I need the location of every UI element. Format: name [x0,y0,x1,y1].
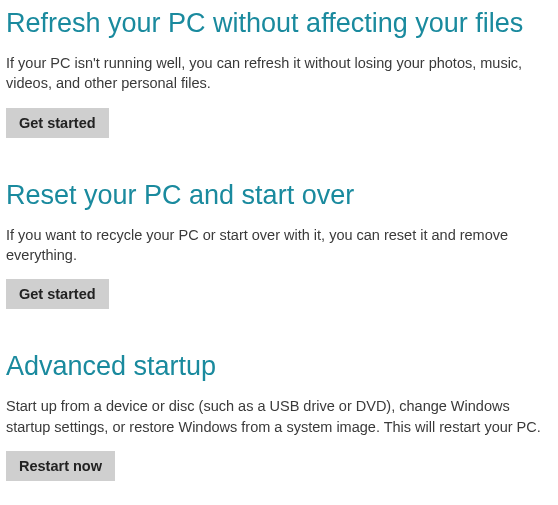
reset-pc-description: If you want to recycle your PC or start … [6,225,552,266]
reset-pc-heading: Reset your PC and start over [6,180,552,211]
refresh-pc-description: If your PC isn't running well, you can r… [6,53,552,94]
refresh-pc-section: Refresh your PC without affecting your f… [6,8,552,138]
reset-get-started-button[interactable]: Get started [6,279,109,309]
refresh-get-started-button[interactable]: Get started [6,108,109,138]
advanced-startup-section: Advanced startup Start up from a device … [6,351,552,481]
advanced-startup-heading: Advanced startup [6,351,552,382]
refresh-pc-heading: Refresh your PC without affecting your f… [6,8,552,39]
reset-pc-section: Reset your PC and start over If you want… [6,180,552,310]
advanced-startup-description: Start up from a device or disc (such as … [6,396,552,437]
restart-now-button[interactable]: Restart now [6,451,115,481]
